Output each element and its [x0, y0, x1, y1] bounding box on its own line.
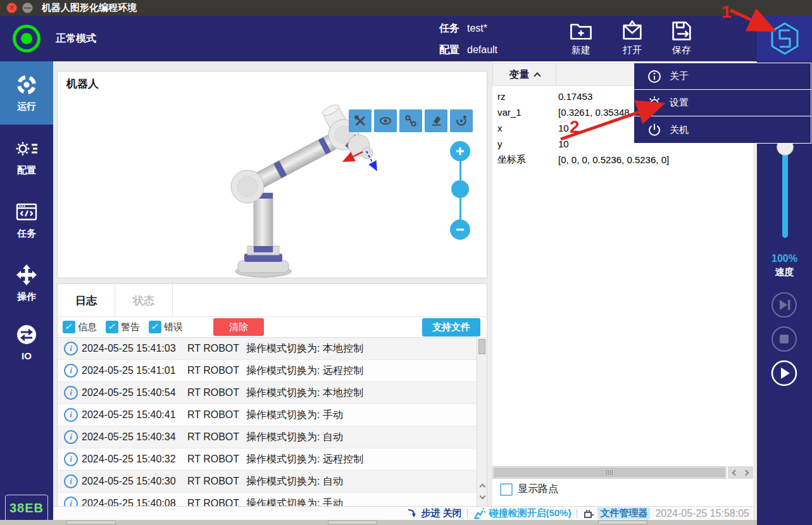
menu-item-settings[interactable]: 设置	[634, 90, 811, 116]
show-waypoints-checkbox[interactable]	[500, 483, 513, 496]
hscrollbar-thumb[interactable]	[494, 467, 725, 478]
tools-icon	[353, 114, 367, 128]
sidebar-item-io[interactable]: IO	[0, 314, 53, 370]
app-dropdown-menu: 关于 设置 关机	[634, 63, 811, 144]
info-icon: i	[64, 452, 78, 466]
save-button[interactable]: 保存	[659, 18, 704, 59]
scroll-down-button[interactable]	[478, 493, 486, 502]
reset-rotate-icon	[454, 113, 469, 128]
robot-3d-panel[interactable]: 机器人	[57, 71, 487, 278]
scroll-up-button[interactable]	[478, 481, 486, 490]
eye-icon	[378, 113, 393, 128]
log-row: i2024-05-25 15:40:41RT ROBOT操作模式切换为: 手动	[58, 404, 477, 426]
tools-button[interactable]	[349, 109, 372, 132]
plus-icon	[455, 146, 465, 156]
background-window-fragment	[328, 521, 377, 524]
reset-view-button[interactable]	[450, 109, 473, 132]
filter-error-checkbox[interactable]: 错误	[149, 321, 183, 333]
skip-next-icon	[770, 291, 798, 319]
filter-info-checkbox[interactable]: 信息	[63, 321, 97, 333]
variables-header-cell[interactable]: 变量	[493, 64, 556, 85]
path-button[interactable]	[399, 109, 422, 132]
collision-detect-status[interactable]: 碰撞检测开启(50%)	[473, 507, 571, 519]
file-manager-status[interactable]: 文件管理器	[583, 507, 650, 519]
clear-log-button[interactable]: 清除	[213, 318, 264, 336]
title-bar: ✕ — 机器人图形化编程环境	[0, 0, 812, 16]
tab-log[interactable]: 日志	[58, 284, 115, 317]
info-icon: i	[64, 386, 78, 400]
task-label: 任务	[439, 23, 459, 34]
step-arrow-icon	[407, 508, 418, 519]
zoom-out-button[interactable]	[450, 219, 470, 240]
stop-button[interactable]	[770, 325, 798, 353]
scroll-left-button[interactable]	[728, 466, 740, 479]
chevron-left-icon	[732, 469, 739, 476]
status-divider	[467, 509, 468, 518]
close-icon[interactable]: ✕	[6, 3, 17, 13]
step-mode-status[interactable]: 步进 关闭	[407, 507, 461, 519]
minimize-icon[interactable]: —	[22, 3, 33, 13]
play-icon	[770, 359, 798, 387]
task-code-icon	[15, 200, 39, 224]
app-logo-icon	[770, 22, 800, 55]
speed-slider-track[interactable]	[782, 145, 788, 238]
left-nav: 运行 配置 任务 操作	[0, 61, 53, 525]
collapse-caret-icon	[534, 72, 540, 79]
variables-hscrollbar[interactable]	[492, 466, 727, 479]
eraser-icon	[428, 113, 444, 128]
main-menu-button[interactable]	[757, 16, 812, 61]
chevron-down-icon	[479, 493, 485, 500]
status-bar: 步进 关闭 碰撞检测开启(50%) 文件管理器 2024-05-25 15:58…	[53, 506, 753, 520]
step-button[interactable]	[770, 291, 798, 319]
zoom-slider-knob[interactable]	[451, 180, 469, 198]
zoom-in-button[interactable]	[450, 141, 470, 161]
visibility-button[interactable]	[374, 109, 397, 132]
open-button[interactable]: 打开	[609, 18, 655, 59]
sidebar-item-task[interactable]: 任务	[0, 188, 53, 251]
chevron-up-icon	[479, 484, 485, 490]
checkbox-checked-icon	[63, 321, 75, 333]
menu-item-shutdown[interactable]: 关机	[634, 116, 811, 143]
io-swap-icon	[15, 324, 39, 347]
task-value: test*	[467, 23, 487, 34]
sidebar-item-config[interactable]: 配置	[0, 125, 53, 188]
support-file-button[interactable]: 支持文件	[422, 318, 480, 337]
viewport-toolbar	[349, 109, 473, 132]
move-arrows-icon	[15, 263, 39, 287]
sidebar-item-operate[interactable]: 操作	[0, 251, 53, 314]
robot-3d-viewport[interactable]	[58, 71, 487, 278]
open-icon	[620, 18, 645, 44]
erase-button[interactable]	[425, 109, 447, 132]
filter-warning-checkbox[interactable]: 警告	[106, 321, 140, 333]
log-row: i2024-05-25 15:40:30RT ROBOT操作模式切换为: 自动	[58, 471, 477, 493]
show-waypoints-label: 显示路点	[518, 483, 558, 496]
log-panel: 日志 状态 信息 警告 错误 清除 支持文件 i2024-05-25 15:41…	[57, 283, 487, 506]
speed-label: 速度	[757, 266, 812, 278]
play-button[interactable]	[770, 359, 798, 387]
new-button[interactable]: 新建	[558, 18, 604, 59]
top-header: 正常模式 任务test* 配置default 新建 打开 保存	[0, 16, 812, 61]
device-code-badge: 38EB	[5, 495, 48, 521]
variable-row[interactable]: 坐标系[0, 0, 0, 0.5236, 0.5236, 0]	[492, 152, 753, 168]
new-folder-icon	[568, 18, 594, 44]
log-filterbar: 信息 警告 错误 清除 支持文件	[58, 317, 487, 337]
info-icon: i	[64, 474, 78, 488]
usb-drive-icon	[583, 509, 594, 519]
info-icon: i	[64, 364, 78, 378]
task-row: 任务test*	[439, 22, 487, 35]
power-icon	[647, 123, 662, 137]
log-row: i2024-05-25 15:41:01RT ROBOT操作模式切换为: 远程控…	[58, 360, 477, 382]
scroll-right-button[interactable]	[740, 466, 753, 479]
config-value: default	[467, 44, 497, 55]
log-row: i2024-05-25 15:40:08RT ROBOT操作模式切换为: 手动	[58, 493, 477, 506]
log-scrollbar[interactable]	[477, 337, 487, 506]
log-scrollbar-thumb[interactable]	[478, 339, 485, 354]
tab-status[interactable]: 状态	[115, 284, 173, 317]
sidebar-item-run[interactable]: 运行	[0, 61, 53, 125]
menu-item-about[interactable]: 关于	[634, 63, 811, 90]
log-tabbar: 日志 状态	[58, 284, 487, 317]
log-row: i2024-05-25 15:40:34RT ROBOT操作模式切换为: 自动	[58, 426, 477, 448]
config-row: 配置default	[439, 44, 497, 57]
config-label: 配置	[439, 44, 459, 55]
background-window-fragment	[66, 521, 116, 524]
